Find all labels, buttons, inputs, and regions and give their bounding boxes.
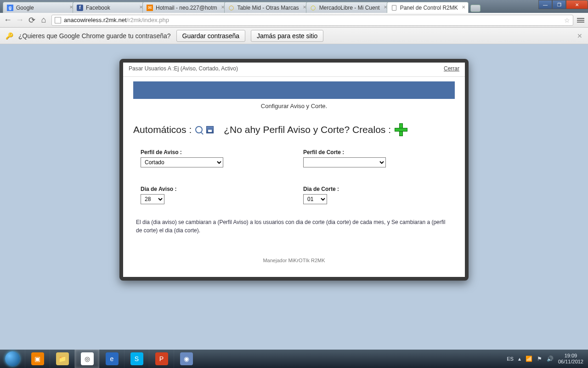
reload-button[interactable]: ⟳ — [28, 15, 36, 25]
save-icon[interactable] — [206, 126, 214, 133]
clock-time: 19:09 — [558, 353, 583, 359]
bookmark-star-icon[interactable]: ☆ — [564, 17, 570, 24]
tab-mercadolibre[interactable]: ◯ MercadoLibre - Mi Cuent ✕ — [306, 2, 390, 13]
chrome-menu-button[interactable] — [577, 18, 584, 23]
never-save-password-button[interactable]: Jamás para este sitio — [251, 30, 323, 42]
url-path: /r2mk/index.php — [127, 17, 170, 23]
create-profiles-label: ¿No ahy Perfil Aviso y Corte? Crealos : — [224, 124, 391, 135]
window-controls: — ❐ ✕ — [538, 0, 588, 9]
modal-breadcrumb: Pasar Usuarios A :Ej (Aviso, Cortado, Ac… — [129, 65, 238, 72]
taskbar-clock[interactable]: 19:09 06/11/2012 — [558, 353, 583, 365]
page-background: Pasar Usuarios A :Ej (Aviso, Cortado, Ac… — [0, 44, 588, 350]
tab-label: MercadoLibre - Mi Cuent — [319, 5, 380, 11]
field-dia-aviso: Dia de Aviso : 28 — [141, 186, 285, 204]
back-button[interactable]: ← — [4, 15, 12, 25]
minimize-button[interactable]: — — [538, 0, 552, 9]
start-button[interactable] — [0, 350, 25, 368]
automaticos-label: Automáticos : — [133, 124, 192, 135]
facebook-icon: f — [77, 5, 83, 11]
network-icon[interactable]: 📶 — [526, 356, 532, 362]
taskbar-ie[interactable]: e — [99, 350, 124, 368]
clock-date: 06/11/2012 — [558, 359, 583, 365]
tab-label: Google — [16, 5, 34, 11]
tab-panel-control[interactable]: Panel de Control R2MK ✕ — [387, 2, 469, 13]
windows-taskbar: ▣ 📁 ◎ e S P ◉ ES ▴ 📶 ⚑ 🔊 19:09 06/11/201… — [0, 350, 588, 368]
taskbar-winbox[interactable]: ◉ — [174, 350, 198, 368]
tab-facebook[interactable]: f Facebook ✕ — [73, 2, 146, 13]
taskbar-chrome[interactable]: ◎ — [74, 350, 99, 368]
url-host: anacowireless.r2mk.net — [64, 17, 127, 23]
system-tray: ES ▴ 📶 ⚑ 🔊 19:09 06/11/2012 — [502, 353, 588, 365]
forward-button[interactable]: → — [16, 15, 24, 25]
volume-icon[interactable]: 🔊 — [547, 356, 554, 362]
dia-corte-label: Dia de Corte : — [303, 186, 447, 192]
infobar-close-icon[interactable]: ✕ — [577, 32, 582, 40]
field-perfil-aviso: Perfil de Aviso : Cortado — [141, 149, 285, 167]
site-icon: ◯ — [228, 5, 235, 11]
tab-label: Table Mid - Otras Marcas — [237, 5, 299, 11]
browser-toolbar: ← → ⟳ ⌂ anacowireless.r2mk.net/r2mk/inde… — [0, 13, 588, 28]
action-center-icon[interactable]: ⚑ — [537, 356, 542, 362]
tab-label: Facebook — [86, 5, 110, 11]
search-icon[interactable] — [195, 126, 203, 133]
new-tab-button[interactable] — [470, 5, 481, 12]
document-icon — [391, 5, 397, 11]
save-password-button[interactable]: Guardar contraseña — [176, 30, 246, 42]
home-button[interactable]: ⌂ — [40, 15, 48, 25]
tab-hotmail[interactable]: ✉ Hotmail - neo.227@hotm ✕ — [142, 2, 228, 13]
mercadolibre-icon: ◯ — [310, 5, 317, 11]
modal-note: El dia (dia aviso) se cambiaran a (Perfi… — [133, 204, 455, 239]
save-password-infobar: 🔑 ¿Quieres que Google Chrome guarde tu c… — [0, 28, 588, 44]
modal-footer: Manejador MiKrOTIk R2MK — [133, 239, 455, 268]
config-modal: Pasar Usuarios A :Ej (Aviso, Cortado, Ac… — [119, 59, 469, 281]
dia-aviso-label: Dia de Aviso : — [141, 186, 285, 192]
tab-google[interactable]: g Google ✕ — [3, 2, 76, 13]
field-dia-corte: Dia de Corte : 01 — [303, 186, 447, 204]
site-info-icon[interactable] — [55, 17, 61, 23]
taskbar-explorer[interactable]: 📁 — [50, 350, 74, 368]
perfil-corte-label: Perfil de Corte : — [303, 149, 447, 155]
modal-close-link[interactable]: Cerrar — [444, 65, 459, 72]
add-icon[interactable] — [395, 123, 407, 136]
hotmail-icon: ✉ — [147, 5, 153, 11]
maximize-button[interactable]: ❐ — [552, 0, 566, 9]
address-bar[interactable]: anacowireless.r2mk.net/r2mk/index.php ☆ — [51, 15, 573, 26]
browser-viewport: Pasar Usuarios A :Ej (Aviso, Cortado, Ac… — [0, 44, 588, 350]
window-close-button[interactable]: ✕ — [566, 0, 588, 9]
modal-subtitle: Configurar Aviso y Corte. — [133, 99, 455, 123]
taskbar-powerpoint[interactable]: P — [149, 350, 174, 368]
google-icon: g — [7, 5, 13, 11]
tab-label: Hotmail - neo.227@hotm — [156, 5, 217, 11]
dia-aviso-select[interactable]: 28 — [141, 194, 164, 204]
taskbar-skype[interactable]: S — [124, 350, 149, 368]
field-perfil-corte: Perfil de Corte : — [303, 149, 447, 167]
taskbar-media-player[interactable]: ▣ — [25, 350, 50, 368]
language-indicator[interactable]: ES — [507, 356, 514, 362]
tab-tablemid[interactable]: ◯ Table Mid - Otras Marcas ✕ — [224, 2, 310, 13]
tab-strip: g Google ✕ f Facebook ✕ ✉ Hotmail - neo.… — [0, 0, 588, 13]
close-icon[interactable]: ✕ — [462, 5, 465, 10]
perfil-corte-select[interactable] — [303, 157, 386, 167]
infobar-text: ¿Quieres que Google Chrome guarde tu con… — [18, 32, 171, 40]
perfil-aviso-label: Perfil de Aviso : — [141, 149, 285, 155]
tab-label: Panel de Control R2MK — [400, 5, 458, 11]
key-icon: 🔑 — [6, 32, 13, 40]
dia-corte-select[interactable]: 01 — [303, 194, 327, 204]
perfil-aviso-select[interactable]: Cortado — [141, 157, 223, 167]
modal-banner — [133, 81, 455, 99]
show-hidden-icons[interactable]: ▴ — [518, 356, 521, 362]
